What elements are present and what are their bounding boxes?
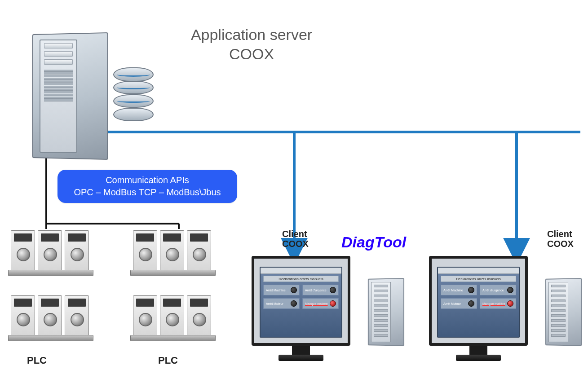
client-tower-icon (545, 278, 582, 346)
plc-device-icon (8, 292, 93, 341)
monitor-icon: Déclarations arrêts manuels Arrêt Machin… (429, 256, 528, 346)
diagtool-screen: Déclarations arrêts manuels Arrêt Machin… (260, 267, 342, 338)
brand-diagtool: DiagTool (341, 233, 406, 251)
plc-device-icon (130, 292, 216, 341)
client-tower-icon (367, 278, 404, 346)
client-label: Client COOX (282, 229, 309, 249)
plc-device-icon (8, 227, 93, 276)
client-workstation: Déclarations arrêts manuels Arrêt Machin… (429, 256, 573, 373)
communication-apis-box: Communication APIs OPC – ModBus TCP – Mo… (57, 170, 237, 203)
client-workstation: Déclarations arrêts manuels Arrêt Machin… (252, 256, 395, 373)
diagram-title: Application server COOX (171, 25, 332, 63)
diagtool-screen: Déclarations arrêts manuels Arrêt Machin… (437, 267, 520, 338)
monitor-icon: Déclarations arrêts manuels Arrêt Machin… (252, 256, 350, 346)
plc-label: PLC (27, 355, 47, 366)
plc-label: PLC (158, 355, 178, 366)
plc-device-icon (130, 227, 216, 276)
client-label: Client COOX (547, 229, 574, 249)
application-server-icon (31, 33, 108, 159)
database-icon (113, 67, 154, 126)
